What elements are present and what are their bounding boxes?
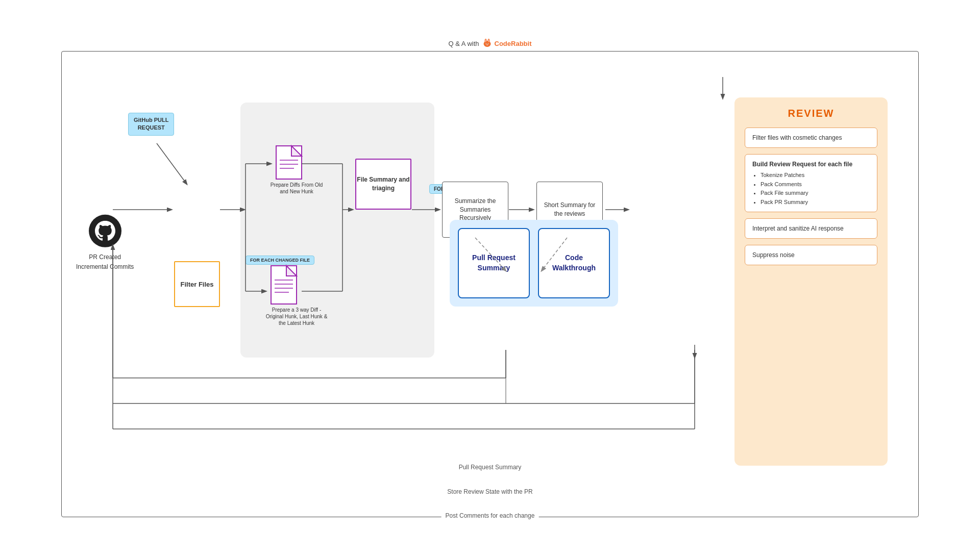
review-item-interpret: Interpret and sanitize AI response	[745, 218, 877, 239]
svg-point-9	[486, 44, 488, 45]
review-item-list: Tokenize Patches Pack Comments Pack File…	[752, 171, 870, 207]
file-summary-box: File Summary and triaging	[355, 159, 411, 210]
github-icon	[89, 215, 121, 247]
pull-request-summary-box: Pull Request Summary	[458, 228, 530, 298]
qa-label: Q & A with CodeRabbit	[445, 38, 536, 48]
filter-files-box: Filter Files	[174, 261, 220, 307]
post-comments-label: Post Comments for each change	[442, 512, 539, 519]
pr-events: PR Created Incremental Commits	[76, 252, 134, 272]
github-icon-area: PR Created Incremental Commits	[76, 215, 134, 272]
review-item-build: Build Review Request for each file Token…	[745, 154, 877, 212]
github-pr-badge: GitHub PULL REQUEST	[128, 113, 174, 136]
coderabbit-brand: CodeRabbit	[482, 38, 532, 48]
review-panel: REVIEW Filter files with cosmetic change…	[734, 97, 888, 466]
review-item-suppress: Suppress noise	[745, 245, 877, 265]
review-title: REVIEW	[745, 108, 877, 119]
blue-output-area: Pull Request Summary Code Walkthrough	[450, 220, 618, 307]
svg-point-4	[488, 39, 489, 42]
svg-point-8	[488, 44, 488, 44]
store-review-label: Store Review State with the PR	[443, 488, 536, 495]
pull-request-summary-label: Pull Request Summary	[455, 464, 526, 471]
for-each-changed-badge: FOR EACH CHANGED FILE	[246, 256, 314, 265]
review-item-filter: Filter files with cosmetic changes	[745, 128, 877, 148]
svg-point-3	[485, 39, 486, 42]
svg-line-11	[157, 143, 187, 184]
code-walkthrough-box: Code Walkthrough	[538, 228, 610, 298]
gray-processing-area: FOR EACH FILE FOR EACH CHANGED FILE	[240, 103, 434, 358]
svg-point-0	[484, 41, 491, 47]
svg-point-7	[486, 44, 486, 44]
